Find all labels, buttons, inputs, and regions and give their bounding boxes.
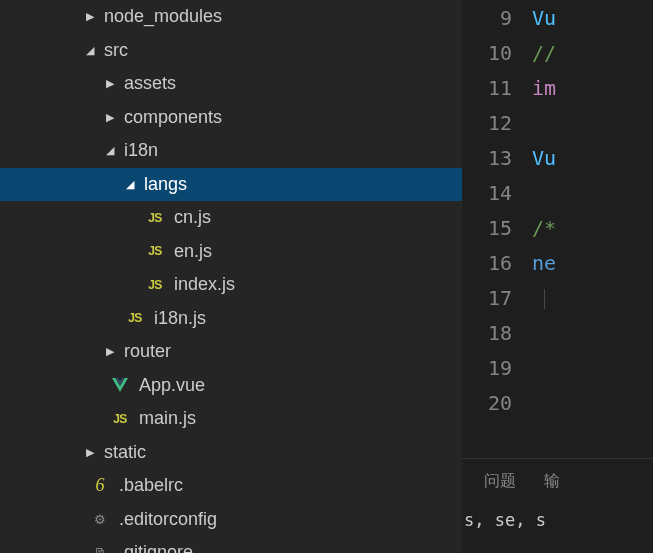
code-line[interactable]: 16ne xyxy=(462,245,653,280)
line-number: 17 xyxy=(462,286,532,310)
tree-label: router xyxy=(124,341,171,362)
tree-label: index.js xyxy=(174,274,235,295)
code-editor[interactable]: 9Vu10//11im1213Vu1415/*16ne17 ⎸181920 问题… xyxy=(462,0,653,553)
tree-item-router[interactable]: ▶ router xyxy=(0,335,462,369)
document-icon: 🗎 xyxy=(89,545,111,553)
code-text: im xyxy=(532,76,556,100)
tree-item-components[interactable]: ▶ components xyxy=(0,101,462,135)
line-number: 19 xyxy=(462,356,532,380)
tree-label: langs xyxy=(144,174,187,195)
tree-label: components xyxy=(124,107,222,128)
chevron-right-icon: ▶ xyxy=(102,345,118,358)
line-number: 12 xyxy=(462,111,532,135)
tree-item-indexjs[interactable]: JS index.js xyxy=(0,268,462,302)
tree-label: App.vue xyxy=(139,375,205,396)
line-number: 15 xyxy=(462,216,532,240)
code-text: Vu xyxy=(532,6,556,30)
line-number: 11 xyxy=(462,76,532,100)
line-number: 10 xyxy=(462,41,532,65)
tree-item-cnjs[interactable]: JS cn.js xyxy=(0,201,462,235)
tree-item-appvue[interactable]: App.vue xyxy=(0,369,462,403)
line-number: 16 xyxy=(462,251,532,275)
tree-label: static xyxy=(104,442,146,463)
line-number: 14 xyxy=(462,181,532,205)
chevron-right-icon: ▶ xyxy=(102,77,118,90)
tree-label: .babelrc xyxy=(119,475,183,496)
tree-label: .gitignore xyxy=(119,542,193,553)
tree-label: en.js xyxy=(174,241,212,262)
tree-item-src[interactable]: ◢ src xyxy=(0,34,462,68)
code-line[interactable]: 19 xyxy=(462,350,653,385)
gear-icon: ⚙ xyxy=(89,512,111,527)
code-line[interactable]: 18 xyxy=(462,315,653,350)
tree-label: main.js xyxy=(139,408,196,429)
code-line[interactable]: 15/* xyxy=(462,210,653,245)
js-icon: JS xyxy=(144,211,166,225)
tree-label: i18n.js xyxy=(154,308,206,329)
tree-label: .editorconfig xyxy=(119,509,217,530)
tree-label: src xyxy=(104,40,128,61)
tree-item-langs[interactable]: ◢ langs xyxy=(0,168,462,202)
tree-item-node-modules[interactable]: ▶ node_modules xyxy=(0,0,462,34)
code-line[interactable]: 9Vu xyxy=(462,0,653,35)
file-explorer: ▶ node_modules ◢ src ▶ assets ▶ componen… xyxy=(0,0,462,553)
chevron-right-icon: ▶ xyxy=(82,446,98,459)
line-number: 13 xyxy=(462,146,532,170)
js-icon: JS xyxy=(144,278,166,292)
tree-item-i18n[interactable]: ◢ i18n xyxy=(0,134,462,168)
vue-icon xyxy=(109,378,131,392)
tree-label: i18n xyxy=(124,140,158,161)
tree-label: assets xyxy=(124,73,176,94)
tree-item-enjs[interactable]: JS en.js xyxy=(0,235,462,269)
code-line[interactable]: 13Vu xyxy=(462,140,653,175)
chevron-right-icon: ▶ xyxy=(102,111,118,124)
tree-label: node_modules xyxy=(104,6,222,27)
tree-item-assets[interactable]: ▶ assets xyxy=(0,67,462,101)
tree-label: cn.js xyxy=(174,207,211,228)
code-line[interactable]: 17 ⎸ xyxy=(462,280,653,315)
code-line[interactable]: 14 xyxy=(462,175,653,210)
code-text: // xyxy=(532,41,556,65)
code-line[interactable]: 12 xyxy=(462,105,653,140)
tree-item-static[interactable]: ▶ static xyxy=(0,436,462,470)
tree-item-i18njs[interactable]: JS i18n.js xyxy=(0,302,462,336)
code-text: Vu xyxy=(532,146,556,170)
tree-item-editorconfig[interactable]: ⚙ .editorconfig xyxy=(0,503,462,537)
chevron-down-icon: ◢ xyxy=(122,178,138,191)
code-line[interactable]: 20 xyxy=(462,385,653,420)
code-line[interactable]: 11im xyxy=(462,70,653,105)
tree-item-babelrc[interactable]: 6 .babelrc xyxy=(0,469,462,503)
tree-item-mainjs[interactable]: JS main.js xyxy=(0,402,462,436)
tree-item-gitignore[interactable]: 🗎 .gitignore xyxy=(0,536,462,553)
code-text: ⎸ xyxy=(532,286,562,310)
babel-icon: 6 xyxy=(89,475,111,496)
code-text: /* xyxy=(532,216,556,240)
bottom-panel: 问题 输 s, se, s xyxy=(462,458,653,553)
js-icon: JS xyxy=(124,311,146,325)
panel-tab-problems[interactable]: 问题 xyxy=(484,471,516,492)
panel-content: s, se, s xyxy=(462,492,653,530)
chevron-down-icon: ◢ xyxy=(102,144,118,157)
chevron-right-icon: ▶ xyxy=(82,10,98,23)
code-text: ne xyxy=(532,251,556,275)
line-number: 18 xyxy=(462,321,532,345)
chevron-down-icon: ◢ xyxy=(82,44,98,57)
line-number: 20 xyxy=(462,391,532,415)
line-number: 9 xyxy=(462,6,532,30)
code-line[interactable]: 10// xyxy=(462,35,653,70)
panel-tab-output[interactable]: 输 xyxy=(544,471,560,492)
js-icon: JS xyxy=(109,412,131,426)
js-icon: JS xyxy=(144,244,166,258)
